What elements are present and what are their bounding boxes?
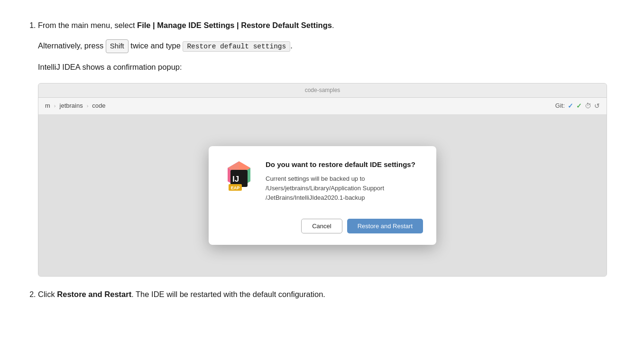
dialog-overlay: IJ EAP Do you want to restore default ID… (38, 115, 607, 276)
step-2-bold: Restore and Restart (57, 290, 131, 298)
git-label: Git: (555, 101, 565, 111)
breadcrumb-jetbrains: jetbrains (60, 101, 83, 111)
dialog-header: IJ EAP Do you want to restore default ID… (222, 159, 423, 203)
popup-desc: IntelliJ IDEA shows a confirmation popup… (38, 61, 616, 74)
step-2: Click Restore and Restart. The IDE will … (38, 288, 616, 301)
intellij-logo: IJ EAP (222, 159, 256, 194)
dialog-body-text: Current settings will be backed up to /U… (266, 174, 423, 203)
step-1-bold: File | Manage IDE Settings | Restore Def… (137, 21, 332, 29)
step-1-prefix: From the main menu, select (38, 21, 137, 29)
ide-body: IJ EAP Do you want to restore default ID… (38, 115, 607, 276)
dialog-box: IJ EAP Do you want to restore default ID… (209, 146, 436, 245)
ide-title: code-samples (305, 87, 340, 93)
breadcrumb-code: code (92, 101, 105, 111)
alt-suffix: twice and type (129, 41, 183, 50)
git-controls: Git: ✓ ✓ ⏱ ↺ (555, 101, 600, 111)
cancel-button[interactable]: Cancel (301, 219, 342, 233)
step-1: From the main menu, select File | Manage… (38, 19, 616, 277)
dialog-buttons: Cancel Restore and Restart (222, 219, 423, 233)
breadcrumb-m: m (45, 101, 50, 111)
svg-text:IJ: IJ (232, 175, 239, 184)
sep-1: › (54, 102, 56, 111)
dialog-title-area: Do you want to restore default IDE setti… (266, 159, 423, 203)
svg-text:EAP: EAP (231, 186, 240, 190)
step-1-main-text: From the main menu, select File | Manage… (38, 19, 616, 32)
git-clock-icon: ⏱ (585, 101, 591, 111)
restore-command: Restore default settings (183, 41, 290, 52)
ij-logo-svg: IJ EAP (222, 159, 256, 194)
ide-screenshot: code-samples m › jetbrains › code Git: ✓… (38, 83, 607, 277)
step-2-text: Click Restore and Restart. The IDE will … (38, 288, 616, 301)
step-1-alt-line: Alternatively, press Shift twice and typ… (38, 39, 616, 53)
step-2-prefix: Click (38, 290, 57, 298)
steps-list: From the main menu, select File | Manage… (28, 19, 616, 301)
shift-key: Shift (106, 39, 129, 53)
content-area: From the main menu, select File | Manage… (28, 19, 616, 301)
ide-toolbar: m › jetbrains › code Git: ✓ ✓ ⏱ ↺ (38, 98, 607, 114)
sep-2: › (87, 102, 89, 111)
alt-end: . (290, 41, 293, 50)
alt-prefix: Alternatively, press (38, 41, 106, 50)
ide-titlebar: code-samples (38, 84, 607, 98)
step-2-suffix: . The IDE will be restarted with the def… (131, 290, 325, 298)
git-check-blue-icon: ✓ (568, 101, 573, 111)
step-1-suffix: . (332, 21, 334, 29)
git-undo-icon: ↺ (594, 101, 600, 111)
git-check-green-icon: ✓ (576, 101, 582, 111)
dialog-title: Do you want to restore default IDE setti… (266, 159, 423, 169)
restore-restart-button[interactable]: Restore and Restart (347, 219, 423, 233)
